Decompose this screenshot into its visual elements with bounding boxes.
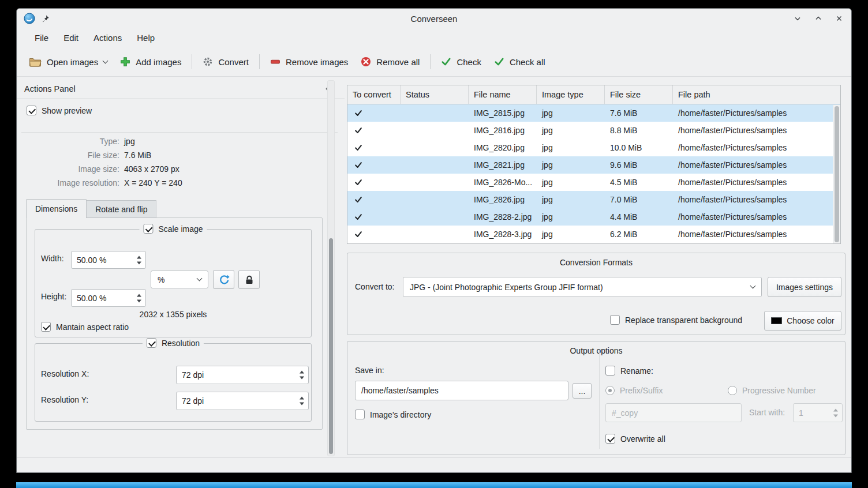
table-scrollbar[interactable] <box>833 105 840 243</box>
spin-up-icon[interactable] <box>137 256 141 258</box>
pin-icon[interactable] <box>41 14 50 23</box>
table-row[interactable]: IMG_2821.jpg jpg 9.6 MiB /home/faster/Pi… <box>347 156 840 174</box>
spin-up-icon[interactable] <box>300 371 304 374</box>
table-row[interactable]: IMG_2828-3.jpg jpg 6.2 MiB /home/faster/… <box>347 226 840 243</box>
spin-down-icon[interactable] <box>300 403 304 406</box>
images-directory-checkbox[interactable]: Image's directory <box>355 410 431 419</box>
column-status[interactable]: Status <box>401 85 469 104</box>
spin-up-icon[interactable] <box>137 294 141 296</box>
radio-circle[interactable] <box>728 386 737 395</box>
status-cell <box>401 208 469 226</box>
to-convert-cell[interactable] <box>347 191 401 208</box>
format-value: JPG - (Joint Photographic Experts Group … <box>410 283 603 292</box>
table-row[interactable]: IMG_2826.jpg jpg 7.0 MiB /home/faster/Pi… <box>347 191 840 208</box>
rename-pattern-input[interactable] <box>605 403 742 422</box>
remove-images-button[interactable]: Remove images <box>264 52 354 71</box>
table-row[interactable]: IMG_2820.jpg jpg 10.0 MiB /home/faster/P… <box>347 139 840 156</box>
table-row[interactable]: IMG_2826-Mo... jpg 4.5 MiB /home/faster/… <box>347 174 840 191</box>
output-options-group: Output options Save in: ... Image's dire… <box>347 341 845 455</box>
resolution-checkbox[interactable]: Resolution <box>143 338 204 348</box>
check-button[interactable]: Check <box>435 52 488 71</box>
unit-combobox[interactable]: % <box>151 271 208 288</box>
column-file-size[interactable]: File size <box>605 85 673 104</box>
to-convert-cell[interactable] <box>347 226 401 243</box>
menu-actions[interactable]: Actions <box>86 31 129 45</box>
type-label: Type: <box>17 137 124 146</box>
check-icon <box>354 109 362 117</box>
to-convert-cell[interactable] <box>347 156 401 174</box>
maximize-button[interactable] <box>813 13 824 24</box>
height-spinbox[interactable]: 50.00 % <box>71 289 146 307</box>
table-row[interactable]: IMG_2815.jpg jpg 7.6 MiB /home/faster/Pi… <box>347 104 840 122</box>
checkbox-box[interactable] <box>27 106 36 115</box>
lock-aspect-button[interactable] <box>238 270 260 289</box>
radio-circle[interactable] <box>605 386 615 395</box>
table-row[interactable]: IMG_2828-2.jpg jpg 4.4 MiB /home/faster/… <box>347 208 840 226</box>
spin-down-icon[interactable] <box>137 299 141 302</box>
prefix-suffix-radio[interactable]: Prefix/Suffix <box>605 386 663 395</box>
remove-all-button[interactable]: Remove all <box>354 52 426 71</box>
to-convert-cell[interactable] <box>347 122 401 139</box>
save-path-input[interactable] <box>355 381 568 400</box>
choose-color-button[interactable]: Choose color <box>764 311 841 331</box>
dimension-tabs: Dimensions Rotate and flip <box>26 199 156 218</box>
panel-scrollbar[interactable] <box>327 80 335 456</box>
spin-up-icon[interactable] <box>300 397 304 400</box>
image-type-cell: jpg <box>537 174 605 191</box>
convert-button[interactable]: Convert <box>196 52 255 71</box>
overwrite-all-checkbox[interactable]: Overwrite all <box>605 434 665 444</box>
spin-down-icon[interactable] <box>833 414 838 417</box>
menu-edit[interactable]: Edit <box>56 31 86 45</box>
check-all-label: Check all <box>510 57 545 67</box>
to-convert-cell[interactable] <box>347 139 401 156</box>
checkbox-box[interactable] <box>355 410 365 419</box>
column-file-name[interactable]: File name <box>469 85 537 104</box>
show-preview-checkbox[interactable]: Show preview <box>27 106 92 115</box>
to-convert-cell[interactable] <box>347 208 401 226</box>
checkbox-box[interactable] <box>605 434 615 444</box>
table-body: IMG_2815.jpg jpg 7.6 MiB /home/faster/Pi… <box>347 104 840 243</box>
column-file-path[interactable]: File path <box>673 85 840 104</box>
add-images-button[interactable]: Add images <box>114 52 188 71</box>
tab-dimensions[interactable]: Dimensions <box>26 199 87 218</box>
checkbox-box[interactable] <box>610 315 620 325</box>
status-cell <box>401 104 469 122</box>
browse-button[interactable]: ... <box>573 383 592 399</box>
scrollbar-thumb[interactable] <box>835 106 839 242</box>
start-with-spinbox[interactable]: 1 <box>793 403 843 422</box>
scrollbar-thumb[interactable] <box>329 238 333 454</box>
height-value: 50.00 % <box>77 294 106 303</box>
to-convert-cell[interactable] <box>347 174 401 191</box>
minimize-button[interactable] <box>792 13 803 24</box>
resolution-x-spinbox[interactable]: 72 dpi <box>176 366 309 384</box>
maintain-aspect-ratio-checkbox[interactable]: Mantain aspect ratio <box>41 322 129 332</box>
column-to-convert[interactable]: To convert <box>347 85 401 104</box>
column-image-type[interactable]: Image type <box>537 85 605 104</box>
checkbox-box[interactable] <box>605 366 615 376</box>
width-spinbox[interactable]: 50.00 % <box>71 251 146 269</box>
spin-down-icon[interactable] <box>137 261 141 264</box>
images-settings-button[interactable]: Images settings <box>768 277 841 297</box>
resolution-y-spinbox[interactable]: 72 dpi <box>176 392 309 410</box>
checkbox-box[interactable] <box>143 224 153 234</box>
refresh-button[interactable] <box>213 270 234 289</box>
spin-down-icon[interactable] <box>300 377 304 380</box>
replace-transparent-checkbox[interactable]: Replace transparent background <box>610 315 742 325</box>
minus-icon <box>270 57 280 67</box>
menu-file[interactable]: File <box>27 31 56 45</box>
check-all-button[interactable]: Check all <box>488 52 552 71</box>
scale-image-checkbox[interactable]: Scale image <box>139 224 207 234</box>
progressive-number-radio[interactable]: Progressive Number <box>728 386 816 395</box>
spin-up-icon[interactable] <box>833 408 838 411</box>
table-row[interactable]: IMG_2816.jpg jpg 8.8 MiB /home/faster/Pi… <box>347 122 840 139</box>
to-convert-cell[interactable] <box>347 104 401 122</box>
browse-label: ... <box>579 386 586 396</box>
checkbox-box[interactable] <box>41 322 51 332</box>
menu-help[interactable]: Help <box>129 31 162 45</box>
open-images-button[interactable]: Open images <box>23 52 114 71</box>
tab-rotate-and-flip[interactable]: Rotate and flip <box>87 200 156 218</box>
checkbox-box[interactable] <box>147 338 156 348</box>
close-button[interactable] <box>834 13 844 24</box>
format-combobox[interactable]: JPG - (Joint Photographic Experts Group … <box>403 277 762 297</box>
rename-checkbox[interactable]: Rename: <box>605 366 653 376</box>
